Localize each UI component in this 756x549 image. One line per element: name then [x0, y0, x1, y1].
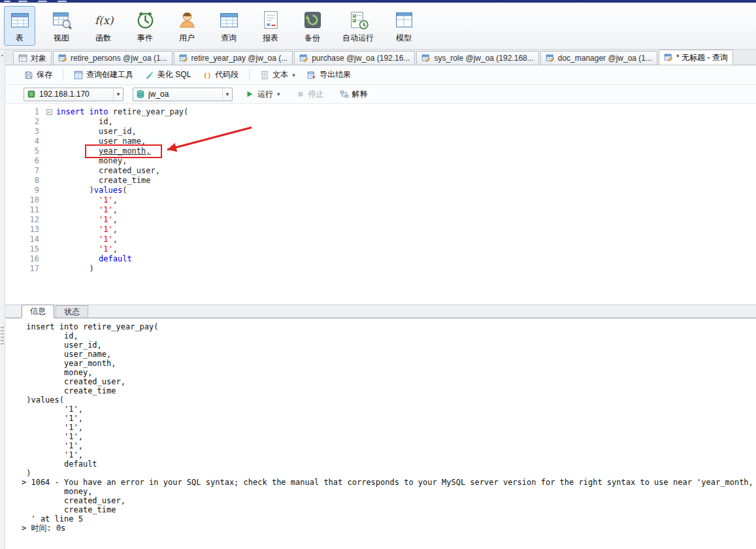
toolbar-separator [63, 69, 63, 81]
fold-column [42, 195, 56, 205]
editor-line[interactable]: 17 ) [5, 264, 756, 274]
report-icon [260, 9, 282, 31]
output-line: '1', [22, 414, 756, 423]
fold-column [42, 156, 56, 166]
toolbar-item-backup[interactable]: 备份 [297, 6, 328, 46]
tab-sys-role[interactable]: sys_role @jw_oa (192.168... [416, 51, 538, 65]
database-select[interactable]: jw_oa ▾ [133, 88, 233, 101]
code-snippet-button[interactable]: ()代码段 [199, 67, 242, 82]
editor-line[interactable]: 4 user_name, [5, 137, 756, 146]
fold-column [42, 176, 56, 186]
sql-token: '1' [99, 244, 113, 254]
output-line: '1', [22, 441, 756, 450]
export-result-button[interactable]: 导出结果 [304, 67, 354, 82]
code-text: year_month, [56, 146, 151, 156]
toolbar-item-model[interactable]: 模型 [388, 6, 419, 46]
line-number: 5 [5, 146, 42, 156]
scroll-up-icon[interactable]: ▴ [0, 52, 5, 58]
stop-button: 停止 [293, 87, 327, 102]
editor-line[interactable]: 6 money, [5, 156, 756, 166]
chevron-down-icon[interactable]: ▾ [113, 88, 123, 101]
tab-retire-year-pay[interactable]: retire_year_pay @jw_oa (... [174, 51, 293, 65]
toolbar-item-automation[interactable]: 自动运行 [338, 6, 378, 46]
line-number: 14 [5, 235, 42, 244]
sql-token: '1' [99, 205, 113, 214]
editor-line[interactable]: 10 '1', [5, 195, 756, 205]
editor-line[interactable]: 13 '1', [5, 225, 756, 235]
editor-line[interactable]: 8 create_time [5, 176, 756, 186]
sql-editor[interactable]: 1−insert into retire_year_pay(2 id,3 use… [5, 104, 756, 305]
beautify-sql-button[interactable]: 美化 SQL [142, 67, 194, 82]
window-titlebar [0, 0, 756, 3]
beautify-icon [145, 71, 154, 80]
button-label: 查询创建工具 [86, 69, 133, 80]
output-line: create_time [22, 505, 756, 514]
sql-token: , [113, 195, 118, 205]
editor-line[interactable]: 14 '1', [5, 235, 756, 244]
toolbar-item-label: 表 [16, 33, 24, 44]
chevron-down-icon[interactable]: ▾ [222, 88, 232, 101]
output-line: ) [22, 469, 756, 478]
message-output[interactable]: insert into retire_year_pay( id, user_id… [5, 318, 756, 549]
chevron-down-icon[interactable]: ▾ [277, 91, 280, 97]
database-value: jw_oa [148, 90, 219, 99]
toolbar-item-function[interactable]: f(x)函数 [88, 6, 119, 46]
toolbar-item-report[interactable]: 报表 [255, 6, 286, 46]
code-text: default [56, 254, 132, 264]
titlebar-fragment [18, 1, 27, 2]
editor-line[interactable]: 7 created_user, [5, 166, 756, 176]
editor-line[interactable]: 1−insert into retire_year_pay( [5, 107, 756, 117]
sql-token [56, 254, 99, 263]
editor-line[interactable]: 2 id, [5, 117, 756, 127]
tab-untitled-query[interactable]: * 无标题 - 查询 [659, 50, 733, 65]
toolbar-item-label: 用户 [179, 33, 195, 44]
collapsed-sidebar-strip[interactable]: ▴ [0, 50, 5, 549]
toolbar-item-event[interactable]: 事件 [129, 6, 161, 46]
sql-token: create_time [56, 176, 151, 185]
line-number: 7 [5, 166, 42, 176]
editor-line[interactable]: 3 user_id, [5, 127, 756, 137]
toolbar-item-table[interactable]: 表 [4, 6, 35, 46]
run-button[interactable]: 运行 ▾ [242, 87, 284, 102]
text-view-button[interactable]: 文本▾ [257, 67, 299, 82]
tab-doc-manager[interactable]: doc_manager @jw_oa (1... [540, 51, 657, 65]
toolbar-item-query[interactable]: 查询 [213, 6, 244, 46]
tab-retire-persons[interactable]: retire_persons @jw_oa (1... [53, 51, 173, 65]
tab-label: * 无标题 - 查询 [676, 52, 728, 63]
query-builder-button[interactable]: 查询创建工具 [71, 67, 137, 82]
fold-column [42, 254, 56, 264]
editor-line[interactable]: 9 )values( [5, 186, 756, 195]
line-number: 4 [5, 137, 42, 146]
editor-line[interactable]: 16 default [5, 254, 756, 264]
line-number: 12 [5, 215, 42, 225]
tab-purchase[interactable]: purchase @jw_oa (192.16... [294, 51, 415, 65]
sql-token [56, 244, 99, 254]
output-line: money, [22, 487, 756, 496]
message-tab-info[interactable]: 信息 [22, 305, 54, 318]
editor-line[interactable]: 5 year_month, [5, 146, 756, 156]
toolbar-item-view[interactable]: 视图 [46, 6, 77, 46]
svg-text:(): () [203, 71, 212, 78]
editor-line[interactable]: 15 '1', [5, 244, 756, 254]
tab-objects[interactable]: 对象 [13, 51, 52, 65]
button-label: 保存 [37, 69, 52, 80]
sql-token [56, 137, 99, 146]
toolbar-item-user[interactable]: 用户 [171, 6, 203, 46]
save-button[interactable]: 保存 [21, 67, 56, 82]
query-builder-icon [74, 71, 83, 80]
code-text: insert into retire_year_pay( [56, 107, 188, 117]
sql-token: , [113, 205, 118, 214]
stop-icon [296, 90, 305, 99]
connection-select[interactable]: 192.168.1.170 ▾ [24, 88, 123, 101]
line-number: 2 [5, 117, 42, 127]
editor-line[interactable]: 12 '1', [5, 215, 756, 225]
message-tab-status[interactable]: 状态 [56, 305, 88, 318]
code-text: money, [56, 156, 127, 166]
splitter-grip[interactable] [1, 327, 4, 345]
explain-button[interactable]: 解释 [337, 87, 371, 102]
fold-marker-icon[interactable]: − [46, 109, 52, 115]
chevron-down-icon[interactable]: ▾ [292, 72, 295, 78]
toolbar-item-label: 自动运行 [342, 33, 374, 44]
sql-token: , [113, 244, 118, 254]
editor-line[interactable]: 11 '1', [5, 205, 756, 215]
